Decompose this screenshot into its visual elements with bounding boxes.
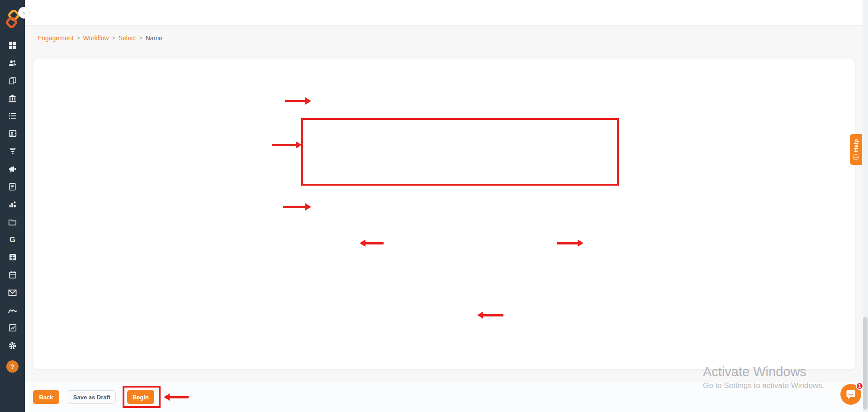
- help-tab-label: Help: [853, 139, 859, 152]
- copy-icon[interactable]: [7, 75, 18, 86]
- breadcrumb: Engagement > Workflow > Select > Name: [38, 34, 162, 42]
- agency-icon[interactable]: [7, 93, 18, 104]
- workflow-card: [33, 58, 855, 369]
- settings-gear-icon[interactable]: [7, 340, 18, 351]
- spreadsheet-icon[interactable]: [7, 252, 18, 263]
- contact-card-icon[interactable]: [7, 128, 18, 139]
- megaphone-icon[interactable]: [7, 163, 18, 174]
- folder-icon[interactable]: [7, 216, 18, 227]
- breadcrumb-workflow[interactable]: Workflow: [83, 34, 109, 42]
- growth-chart-icon[interactable]: [7, 322, 18, 333]
- breadcrumb-select[interactable]: Select: [119, 34, 136, 42]
- chat-icon: [845, 389, 856, 400]
- svg-text:G: G: [9, 235, 15, 244]
- notes-icon[interactable]: [7, 181, 18, 192]
- top-header: [25, 0, 868, 26]
- list-icon[interactable]: [7, 110, 18, 121]
- funnel-icon[interactable]: [7, 146, 18, 157]
- info-icon: [853, 154, 859, 160]
- chat-unread-badge: 1: [856, 382, 863, 390]
- sidebar-collapse-button[interactable]: [18, 7, 30, 19]
- signature-icon[interactable]: [7, 305, 18, 316]
- help-icon[interactable]: [6, 360, 19, 373]
- analytics-icon[interactable]: [7, 199, 18, 210]
- begin-button[interactable]: Begin: [127, 390, 154, 404]
- breadcrumb-separator: >: [139, 35, 142, 41]
- back-button[interactable]: Back: [33, 390, 59, 404]
- contacts-icon[interactable]: [7, 57, 18, 68]
- activate-windows-subtext: Go to Settings to activate Windows.: [703, 381, 824, 390]
- sidebar: G: [0, 0, 25, 412]
- scrollbar-thumb[interactable]: [863, 317, 868, 410]
- app-window: G Contact What's New Admin My Agents: [0, 0, 868, 412]
- breadcrumb-engagement[interactable]: Engagement: [38, 34, 73, 42]
- mail-icon[interactable]: [7, 287, 18, 298]
- google-icon[interactable]: G: [7, 234, 18, 245]
- calendar-icon[interactable]: [7, 269, 18, 280]
- activate-windows-watermark: Activate Windows: [703, 364, 806, 379]
- breadcrumb-separator: >: [76, 35, 80, 41]
- breadcrumb-current: Name: [146, 34, 162, 42]
- dashboard-icon[interactable]: [7, 40, 18, 51]
- breadcrumb-separator: >: [112, 35, 115, 41]
- help-tab[interactable]: Help: [850, 134, 862, 165]
- save-as-draft-button[interactable]: Save as Draft: [68, 390, 116, 404]
- scrollbar-track[interactable]: [863, 0, 868, 412]
